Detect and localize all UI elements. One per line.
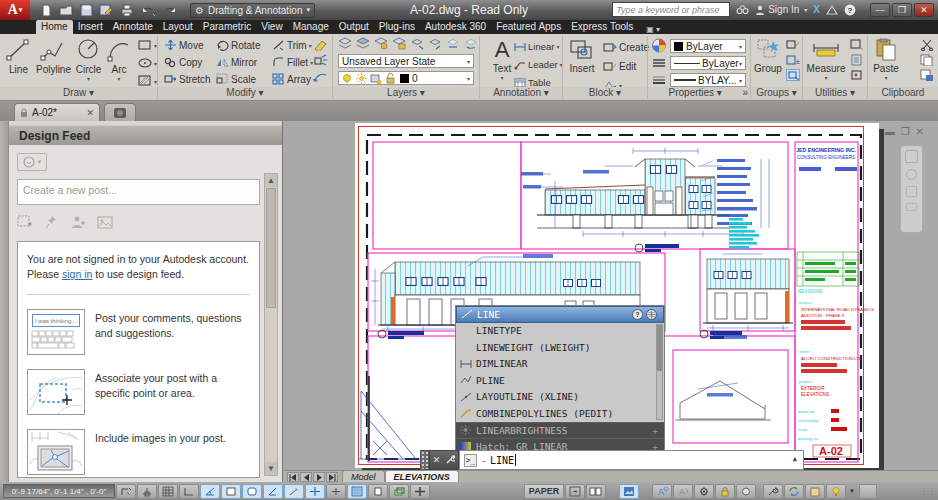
annotation-scale-gear-icon[interactable]: [694, 484, 714, 499]
panel-label-block[interactable]: Block ▾: [563, 87, 647, 100]
layer-lock-icon[interactable]: [392, 37, 407, 50]
ribbon-tab-home[interactable]: Home: [36, 20, 73, 34]
doc-minimize-icon[interactable]: ▬: [885, 126, 895, 137]
infer-constraints-toggle[interactable]: [116, 484, 136, 499]
snap-toggle[interactable]: [137, 484, 157, 499]
plot-icon[interactable]: [120, 4, 134, 17]
stretch-button[interactable]: Stretch: [164, 71, 216, 87]
layer-freeze-icon[interactable]: [374, 37, 389, 50]
isolate-objects-icon[interactable]: [736, 484, 756, 499]
doc-restore-icon[interactable]: ❐: [901, 126, 910, 137]
palette-scrollbar[interactable]: ▲ ▼: [264, 173, 278, 476]
a360-icon[interactable]: [826, 5, 838, 15]
layer-combo[interactable]: 0 ▾: [338, 71, 474, 85]
ribbon-tab-parametric[interactable]: Parametric: [198, 20, 256, 34]
create-post-input[interactable]: Create a new post...: [17, 179, 260, 205]
palette-grip[interactable]: [0, 121, 9, 482]
autocad-logo-button[interactable]: A▾: [0, 0, 30, 20]
move-button[interactable]: Move: [164, 37, 216, 53]
layer-prev-icon[interactable]: [428, 37, 443, 50]
performance-bulb-icon[interactable]: [826, 484, 846, 499]
doc-close-icon[interactable]: ✕: [916, 126, 924, 137]
suggestion-layoutline[interactable]: LAYOUTLINE (XLINE): [456, 389, 664, 406]
suggestion-web-icon[interactable]: [646, 309, 657, 320]
select-area-icon[interactable]: [17, 215, 33, 229]
leader-button[interactable]: Leader▾: [514, 57, 563, 72]
layer-match-icon[interactable]: [410, 37, 425, 50]
panel-label-draw[interactable]: Draw ▾: [0, 87, 157, 100]
popup-scrollbar[interactable]: [656, 324, 663, 420]
command-close-icon[interactable]: ✕: [433, 455, 441, 465]
new-tab-button[interactable]: [104, 103, 136, 121]
ducs-toggle[interactable]: [284, 484, 304, 499]
group-button[interactable]: Group: [752, 38, 784, 74]
help-icon[interactable]: ?: [844, 4, 856, 16]
scale-button[interactable]: Scale: [216, 71, 272, 87]
layout-switch-icon[interactable]: [586, 484, 606, 499]
linetype-combo[interactable]: ByLayer▾: [670, 56, 746, 70]
panel-label-properties[interactable]: Properties ▾ »: [648, 87, 750, 100]
open-file-icon[interactable]: [59, 4, 74, 17]
group-selection-icon[interactable]: [786, 69, 800, 81]
suggestion-help-icon[interactable]: ?: [632, 309, 643, 320]
transparency-toggle[interactable]: [347, 484, 367, 499]
ortho-toggle[interactable]: [179, 484, 199, 499]
save-as-icon[interactable]: [99, 4, 114, 17]
polyline-button[interactable]: Polyline: [36, 37, 71, 75]
ellipse-tool-icon[interactable]: ▾: [138, 55, 157, 71]
palette-title[interactable]: Design Feed: [9, 125, 282, 145]
ribbon-tab-annotate[interactable]: Annotate: [108, 20, 158, 34]
last-layout-icon[interactable]: [326, 472, 338, 482]
ribbon-tab-manage[interactable]: Manage: [288, 20, 334, 34]
layer-properties-icon[interactable]: [338, 37, 353, 50]
status-dropdown-icon[interactable]: ▼: [849, 488, 855, 494]
suggestion-pline[interactable]: PLINE: [456, 372, 664, 389]
save-icon[interactable]: [80, 4, 93, 17]
copy-button[interactable]: Copy: [164, 54, 216, 70]
paste-special-icon[interactable]: [920, 69, 934, 81]
ribbon-tab-featuredapps[interactable]: Featured Apps: [491, 20, 566, 34]
file-tab-close-icon[interactable]: ✕: [86, 108, 94, 118]
panel-label-groups[interactable]: Groups ▾: [751, 87, 802, 100]
suggestion-dimlinear[interactable]: DIMLINEAR: [456, 356, 664, 373]
otrack-toggle[interactable]: [263, 484, 283, 499]
next-layout-icon[interactable]: [313, 472, 325, 482]
panel-label-utilities[interactable]: Utilities ▾: [803, 87, 867, 100]
ungroup-icon[interactable]: [786, 39, 800, 51]
ribbon-tab-plugins[interactable]: Plug-ins: [374, 20, 420, 34]
layer-isolate-icon[interactable]: [446, 37, 461, 50]
annotation-scale-image-icon[interactable]: [619, 484, 639, 499]
tab-elevations[interactable]: ELEVATIONS: [385, 470, 459, 482]
erase-icon[interactable]: [313, 38, 328, 51]
dim-linear-button[interactable]: Linear▾: [514, 39, 563, 54]
lineweight-toggle[interactable]: [326, 484, 346, 499]
new-post-dropdown[interactable]: ▾: [17, 153, 47, 171]
ribbon-options-icon[interactable]: ▣ ▾: [646, 25, 660, 34]
annotation-visibility-icon[interactable]: A: [652, 484, 672, 499]
coordinates-display[interactable]: 0'-9 17/64", 0'-1 1/4" , 0'-0": [3, 484, 115, 498]
layer-unisolate-icon[interactable]: [464, 37, 479, 50]
insert-button[interactable]: Insert: [565, 38, 599, 74]
redo-icon[interactable]: [162, 4, 178, 17]
arc-button[interactable]: Arc▾: [106, 37, 132, 82]
workspace-lock-icon[interactable]: [715, 484, 735, 499]
pin-icon[interactable]: [45, 215, 59, 229]
ribbon-tab-expresstools[interactable]: Express Tools: [566, 20, 638, 34]
layer-off-icon[interactable]: [356, 37, 371, 50]
drawing-area[interactable]: JED ENGINEERING INC. CONSULTING ENGINEER…: [283, 121, 938, 470]
suggestion-linetype[interactable]: LINETYPE: [456, 323, 664, 340]
close-button[interactable]: ✕: [914, 3, 934, 17]
suggestion-line[interactable]: LINE ?: [456, 306, 664, 323]
color-wheel-icon[interactable]: [651, 38, 667, 53]
tab-model[interactable]: Model: [342, 470, 385, 482]
exchange-apps-icon[interactable]: X: [813, 4, 820, 15]
search-input[interactable]: Type a keyword or phrase: [612, 2, 730, 17]
line-button[interactable]: Line: [5, 37, 32, 75]
scroll-up-icon[interactable]: ▲: [265, 174, 277, 187]
rotate-button[interactable]: Rotate: [216, 37, 272, 53]
selection-cycling-toggle[interactable]: [389, 484, 409, 499]
osnap3d-toggle[interactable]: [242, 484, 262, 499]
mirror-button[interactable]: Mirror: [216, 54, 272, 70]
paper-model-toggle[interactable]: PAPER: [524, 484, 564, 499]
ribbon-tab-insert[interactable]: Insert: [73, 20, 108, 34]
